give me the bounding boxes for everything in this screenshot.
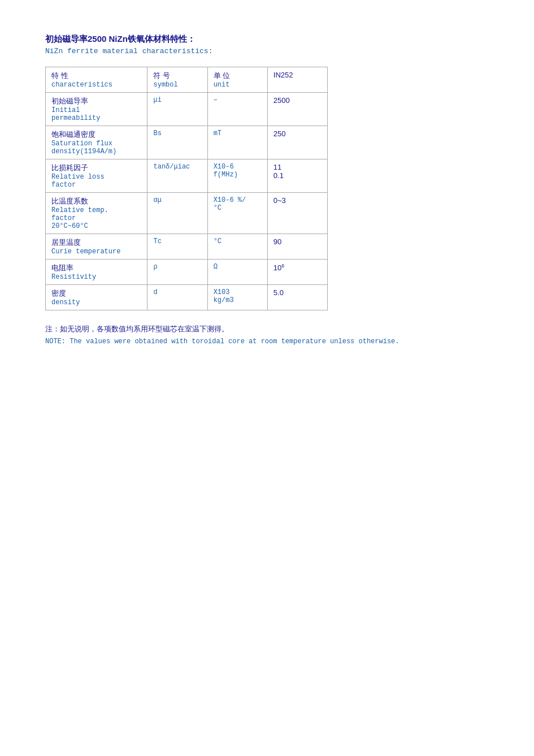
row2-symbol: Bs xyxy=(147,126,207,159)
row2-value: 250 xyxy=(267,126,327,159)
properties-table: 特 性 characteristics 符 号 symbol 单 位 unit … xyxy=(45,67,328,310)
page-title-zh: 初始磁导率2500 NiZn铁氧体材料特性： xyxy=(45,34,489,45)
row7-symbol: d xyxy=(147,285,207,310)
table-row: 比损耗因子 Relative lossfactor tanδ/μiac X10-… xyxy=(46,159,328,193)
note-en: NOTE: The values were obtained with toro… xyxy=(45,338,489,345)
row7-unit: X103kg/m3 xyxy=(207,285,267,310)
row4-symbol: αμ xyxy=(147,193,207,234)
row6-unit: Ω xyxy=(207,260,267,285)
table-row: 初始磁导率 Initialpermeability μi – 2500 xyxy=(46,93,328,126)
row4-name: 比温度系数 Relative temp.factor20°C~60°C xyxy=(46,193,147,234)
header-unit: 单 位 unit xyxy=(207,67,267,93)
page-title-en: NiZn ferrite material characteristics: xyxy=(45,47,489,55)
row3-name: 比损耗因子 Relative lossfactor xyxy=(46,159,147,193)
row1-unit: – xyxy=(207,93,267,126)
row2-unit: mT xyxy=(207,126,267,159)
row6-value: 106 xyxy=(267,260,327,285)
table-row: 比温度系数 Relative temp.factor20°C~60°C αμ X… xyxy=(46,193,328,234)
row1-value: 2500 xyxy=(267,93,327,126)
row3-unit: X10-6f(MHz) xyxy=(207,159,267,193)
table-row: 居里温度 Curie temperature Tc °C 90 xyxy=(46,234,328,260)
row4-value: 0~3 xyxy=(267,193,327,234)
row6-symbol: ρ xyxy=(147,260,207,285)
row3-value: 110.1 xyxy=(267,159,327,193)
header-characteristics: 特 性 characteristics xyxy=(46,67,147,93)
row6-name: 电阻率 Resistivity xyxy=(46,260,147,285)
note-zh: 注：如无说明，各项数值均系用环型磁芯在室温下测得。 xyxy=(45,324,489,334)
row4-unit: X10-6 %/°C xyxy=(207,193,267,234)
row1-name: 初始磁导率 Initialpermeability xyxy=(46,93,147,126)
header-symbol: 符 号 symbol xyxy=(147,67,207,93)
row5-symbol: Tc xyxy=(147,234,207,260)
row2-name: 饱和磁通密度 Saturation fluxdensity(1194A/m) xyxy=(46,126,147,159)
table-header-row: 特 性 characteristics 符 号 symbol 单 位 unit … xyxy=(46,67,328,93)
row5-name: 居里温度 Curie temperature xyxy=(46,234,147,260)
row1-symbol: μi xyxy=(147,93,207,126)
row7-value: 5.0 xyxy=(267,285,327,310)
table-row: 密度 density d X103kg/m3 5.0 xyxy=(46,285,328,310)
table-row: 电阻率 Resistivity ρ Ω 106 xyxy=(46,260,328,285)
table-row: 饱和磁通密度 Saturation fluxdensity(1194A/m) B… xyxy=(46,126,328,159)
header-value: IN252 xyxy=(267,67,327,93)
row5-unit: °C xyxy=(207,234,267,260)
row5-value: 90 xyxy=(267,234,327,260)
row3-symbol: tanδ/μiac xyxy=(147,159,207,193)
row7-name: 密度 density xyxy=(46,285,147,310)
